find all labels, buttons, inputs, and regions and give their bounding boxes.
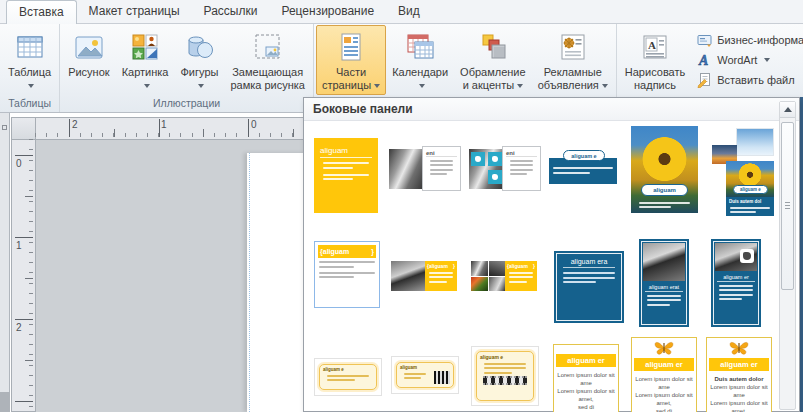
thumb-text-block [635, 199, 694, 211]
tab-page-layout[interactable]: Макет страницы [77, 0, 192, 23]
thumb-accent-tile [488, 152, 502, 166]
advertisements-button[interactable]: Рекламныеобъявления [532, 25, 614, 95]
thumb-card: eni [502, 146, 541, 191]
gallery-item-sidebar-12[interactable]: aliguam er [711, 239, 761, 327]
thumb-title: aliguam e [480, 354, 530, 360]
thumb-title-row: {aliguam } [427, 263, 455, 269]
v-ruler-number: 1 [16, 240, 22, 251]
group-label-illustrations[interactable]: Иллюстрации [60, 95, 313, 112]
shapes-button-label: Фигуры [180, 66, 218, 78]
text-line-decoration [647, 299, 681, 301]
advertisements-icon [556, 30, 590, 64]
borders-accents-button[interactable]: Обрамлениеи акценты [454, 25, 532, 95]
text-line-decoration [430, 169, 453, 171]
ruler-corner-box [11, 117, 36, 140]
pane-bottom-block [0, 392, 10, 412]
text-line-decoration [647, 304, 670, 306]
picture-placeholder-button[interactable]: Замещающаярамка рисунка [224, 25, 311, 95]
gallery-item-sidebar-2[interactable]: eni [389, 146, 461, 192]
gallery-item-sidebar-11[interactable]: aliguam erat [639, 239, 689, 327]
thumb-bar [549, 158, 617, 184]
gallery-item-sidebar-7[interactable]: {aliguam } [314, 241, 380, 308]
borders-label-line2: и акценты [463, 79, 514, 91]
calendars-button-label: Календари [392, 66, 448, 78]
draw-text-box-button[interactable]: A Нарисоватьнадпись [619, 25, 691, 95]
chevron-down-icon [198, 84, 204, 88]
thumb-photo [389, 149, 426, 189]
group-label-tables[interactable]: Таблицы [0, 95, 59, 112]
tab-insert[interactable]: Вставка [6, 0, 77, 24]
draw-text-box-icon: A [638, 30, 672, 64]
thumb-text-block [319, 162, 373, 169]
thumb-title-pill: aliguam [641, 184, 688, 196]
thumb-text: sed di [632, 407, 696, 412]
gallery-item-sidebar-17[interactable]: aliguam er Lorem ipsum dolor sit ame Lor… [631, 337, 697, 412]
page-parts-button[interactable]: Частистраницы [316, 25, 386, 95]
thumb-top-space [554, 345, 618, 354]
thumb-text: Lorem ipsum dolor sit amet, [554, 387, 618, 403]
text-line-decoration [404, 377, 421, 379]
page-navigation-pane-edge[interactable] [0, 113, 10, 412]
scroll-up-button[interactable] [780, 102, 795, 118]
gallery-item-sidebar-9[interactable]: {aliguam } [471, 261, 537, 291]
thumb-text-block [315, 261, 379, 268]
text-line-decoration [510, 169, 533, 171]
gallery-item-sidebar-14[interactable]: aliguam [391, 356, 459, 394]
text-line-decoration [647, 295, 681, 297]
text-line-decoration [509, 276, 533, 278]
thumb-text-block [315, 272, 379, 279]
gallery-item-sidebar-1[interactable]: aliguam [314, 138, 378, 213]
text-line-decoration [429, 281, 447, 283]
butterfly-icon [632, 338, 696, 358]
thumb-text-block [505, 272, 537, 283]
gallery-item-sidebar-3[interactable]: eni [469, 146, 541, 192]
gallery-item-sidebar-13[interactable]: aliguam e [314, 358, 382, 396]
wordart-button[interactable]: A WordArt [697, 52, 803, 68]
wordart-label: WordArt [717, 54, 757, 66]
tab-view[interactable]: Вид [386, 0, 432, 23]
text-line-decoration [563, 277, 615, 279]
thumb-text-block [323, 375, 373, 382]
thumb-title-pill: aliguam e [563, 150, 605, 161]
shapes-icon [182, 30, 216, 64]
thumb-title: aliguam [429, 263, 448, 269]
thumb-title-pill: aliguam e [733, 185, 768, 194]
page-parts-label-line1: Части [336, 66, 366, 78]
gallery-item-sidebar-16[interactable]: aliguam er Lorem ipsum dolor sit ame Lor… [553, 344, 619, 412]
table-button[interactable]: Таблица [2, 25, 57, 95]
text-line-decoration [319, 261, 375, 263]
table-icon [13, 30, 47, 64]
gallery-scrollbar[interactable] [779, 101, 796, 410]
chevron-down-icon [419, 84, 425, 88]
thumb-text: Lorem ipsum dolor sit amet, [707, 399, 771, 412]
thumb-title: eni [426, 150, 457, 157]
tab-review[interactable]: Рецензирование [269, 0, 386, 23]
text-line-decoration [510, 160, 533, 162]
gallery-item-sidebar-10[interactable]: aliguam era [554, 251, 624, 323]
shapes-button[interactable]: Фигуры [174, 25, 224, 95]
thumb-card: eni [422, 146, 461, 191]
gallery-item-sidebar-6[interactable]: aliguam e Duis autem dol [711, 128, 776, 216]
scrollbar-thumb[interactable] [781, 122, 794, 290]
calendars-button[interactable]: Календари [386, 25, 454, 95]
business-info-button[interactable]: Бизнес-информация [697, 32, 803, 48]
ads-label-line1: Рекламные [544, 66, 602, 78]
thumb-text-block [319, 174, 373, 181]
text-line-decoration [563, 281, 596, 283]
gallery-item-sidebar-4[interactable]: aliguam e [549, 150, 617, 184]
gallery-item-sidebar-15[interactable]: aliguam e [471, 346, 539, 406]
thumb-text-block [549, 167, 617, 174]
thumb-photo-collage [471, 261, 505, 291]
clipart-button[interactable]: Картинка [116, 25, 175, 95]
tab-mailings[interactable]: Рассылки [192, 0, 270, 23]
vertical-ruler[interactable]: 0 1 2 [11, 140, 36, 412]
text-line-decoration [719, 294, 753, 296]
insert-file-button[interactable]: Вставить файл [697, 72, 803, 88]
thumb-text-block [726, 207, 774, 214]
gallery-item-sidebar-18[interactable]: aliguam er Duis autem dolor Lorem ipsum … [706, 337, 772, 412]
picture-button[interactable]: Рисунок [62, 25, 116, 95]
chevron-up-icon [784, 107, 792, 112]
gallery-item-sidebar-8[interactable]: {aliguam } [391, 261, 457, 291]
thumb-caption-box: Duis autem dol [726, 197, 774, 216]
gallery-item-sidebar-5[interactable]: aliguam [631, 126, 698, 213]
